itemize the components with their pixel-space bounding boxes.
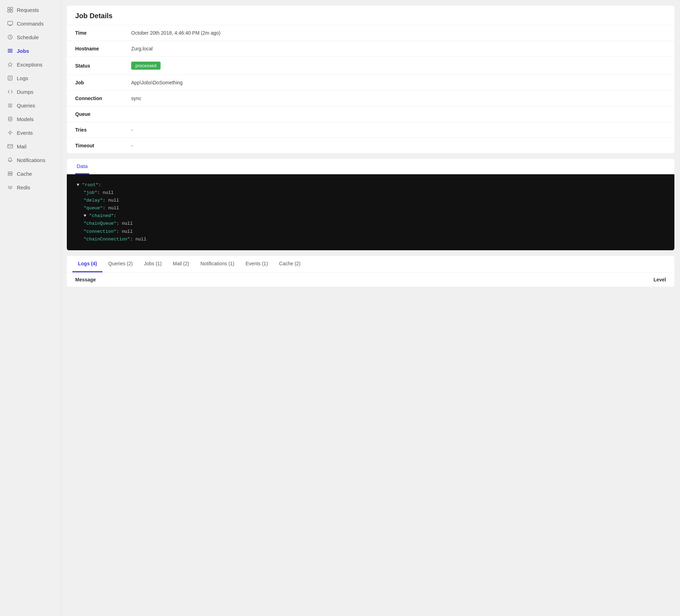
clock-icon — [7, 34, 13, 40]
cache-icon — [7, 170, 13, 177]
tab-logs[interactable]: Logs (4) — [72, 256, 102, 272]
log-column-level: Level — [653, 277, 666, 282]
sidebar-label-exceptions: Exceptions — [17, 62, 42, 68]
sidebar-item-logs[interactable]: Logs — [1, 71, 59, 85]
detail-value-connection: sync — [123, 91, 674, 106]
triangle-icon-2: ▼ — [84, 213, 89, 218]
tab-jobs[interactable]: Jobs (1) — [138, 256, 167, 272]
sidebar-label-logs: Logs — [17, 75, 28, 81]
sidebar-item-models[interactable]: Models — [1, 112, 59, 126]
detail-label-timeout: Timeout — [67, 138, 123, 154]
sidebar-label-cache: Cache — [17, 171, 32, 177]
sidebar-label-redis: Redis — [17, 184, 30, 190]
triangle-icon: ▼ — [77, 182, 82, 188]
svg-rect-1 — [10, 7, 13, 9]
sidebar-item-requests[interactable]: Requests — [1, 3, 59, 16]
data-tab-bar: Data — [67, 159, 674, 174]
svg-rect-2 — [8, 10, 10, 12]
svg-rect-28 — [8, 145, 13, 148]
tab-cache[interactable]: Cache (2) — [274, 256, 306, 272]
detail-value-time: October 20th 2018, 4:46:40 PM (2m ago) — [123, 25, 674, 41]
sidebar-label-schedule: Schedule — [17, 34, 39, 40]
code-line-6: "chainQueue": null — [84, 220, 665, 227]
job-details-card: Job Details Time October 20th 2018, 4:46… — [67, 6, 674, 153]
code-line-7: "connection": null — [84, 228, 665, 236]
code-line-3: "delay": null — [84, 197, 665, 204]
log-table-header: Message Level — [67, 273, 674, 287]
detail-value-status: processed — [123, 57, 674, 75]
logs-icon — [7, 75, 13, 81]
job-details-title: Job Details — [67, 6, 674, 25]
detail-value-tries: - — [123, 122, 674, 138]
sidebar-label-mail: Mail — [17, 144, 27, 149]
events-icon — [7, 130, 13, 136]
data-card: Data ▼ "root": "job": null "delay": null… — [67, 159, 674, 250]
monitor-icon — [7, 20, 13, 27]
status-badge: processed — [131, 62, 161, 70]
detail-row-job: Job App\Jobs\DoSomething — [67, 75, 674, 91]
detail-value-hostname: Zurg.local — [123, 41, 674, 57]
sidebar-label-commands: Commands — [17, 21, 44, 27]
svg-point-22 — [8, 117, 12, 118]
code-icon — [7, 89, 13, 95]
code-line-8: "chainConnection": null — [84, 236, 665, 243]
detail-row-hostname: Hostname Zurg.local — [67, 41, 674, 57]
sidebar-item-mail[interactable]: Mail — [1, 140, 59, 153]
tab-mail[interactable]: Mail (2) — [167, 256, 195, 272]
detail-row-time: Time October 20th 2018, 4:46:40 PM (2m a… — [67, 25, 674, 41]
redis-icon — [7, 184, 13, 190]
bell-icon — [7, 157, 13, 163]
star-icon — [7, 61, 13, 68]
svg-rect-31 — [8, 174, 12, 175]
svg-point-23 — [9, 132, 11, 134]
detail-row-queue: Queue — [67, 106, 674, 122]
svg-line-9 — [10, 37, 11, 38]
list-icon — [7, 48, 13, 54]
bottom-tabs-card: Logs (4) Queries (2) Jobs (1) Mail (2) N… — [67, 256, 674, 287]
code-block: ▼ "root": "job": null "delay": null "que… — [67, 174, 674, 250]
code-line-2: "job": null — [84, 189, 665, 197]
tab-notifications[interactable]: Notifications (1) — [195, 256, 240, 272]
code-line-1: ▼ "root": — [77, 181, 665, 189]
models-icon — [7, 116, 13, 122]
sidebar-item-schedule[interactable]: Schedule — [1, 30, 59, 44]
svg-rect-4 — [8, 21, 13, 25]
svg-marker-13 — [8, 62, 12, 66]
detail-row-connection: Connection sync — [67, 91, 674, 106]
main-content: Job Details Time October 20th 2018, 4:46… — [61, 0, 680, 616]
sidebar-item-exceptions[interactable]: Exceptions — [1, 58, 59, 71]
detail-value-timeout: - — [123, 138, 674, 154]
detail-value-job: App\Jobs\DoSomething — [123, 75, 674, 91]
sidebar-item-cache[interactable]: Cache — [1, 167, 59, 180]
sidebar-label-dumps: Dumps — [17, 89, 34, 95]
log-column-message: Message — [75, 277, 96, 282]
svg-rect-3 — [10, 10, 13, 12]
tab-queries[interactable]: Queries (2) — [102, 256, 138, 272]
sidebar-label-events: Events — [17, 130, 33, 136]
mail-icon — [7, 143, 13, 149]
sidebar-label-requests: Requests — [17, 7, 39, 13]
sidebar-item-queries[interactable]: Queries — [1, 99, 59, 112]
detail-label-tries: Tries — [67, 122, 123, 138]
sidebar-item-jobs[interactable]: Jobs — [1, 44, 59, 57]
tab-events[interactable]: Events (1) — [240, 256, 274, 272]
sidebar-item-commands[interactable]: Commands — [1, 17, 59, 30]
job-details-table: Time October 20th 2018, 4:46:40 PM (2m a… — [67, 25, 674, 153]
detail-row-timeout: Timeout - — [67, 138, 674, 154]
detail-row-tries: Tries - — [67, 122, 674, 138]
detail-label-hostname: Hostname — [67, 41, 123, 57]
sidebar-item-notifications[interactable]: Notifications — [1, 153, 59, 167]
detail-label-job: Job — [67, 75, 123, 91]
tab-data[interactable]: Data — [75, 159, 89, 174]
sidebar: Requests Commands Schedule — [0, 0, 61, 616]
detail-value-queue — [123, 106, 674, 122]
detail-label-queue: Queue — [67, 106, 123, 122]
sidebar-item-dumps[interactable]: Dumps — [1, 85, 59, 98]
code-line-4: "queue": null — [84, 204, 665, 212]
detail-label-time: Time — [67, 25, 123, 41]
sidebar-item-redis[interactable]: Redis — [1, 181, 59, 194]
sidebar-item-events[interactable]: Events — [1, 126, 59, 139]
grid-icon — [7, 7, 13, 13]
detail-row-status: Status processed — [67, 57, 674, 75]
svg-rect-0 — [8, 7, 10, 9]
